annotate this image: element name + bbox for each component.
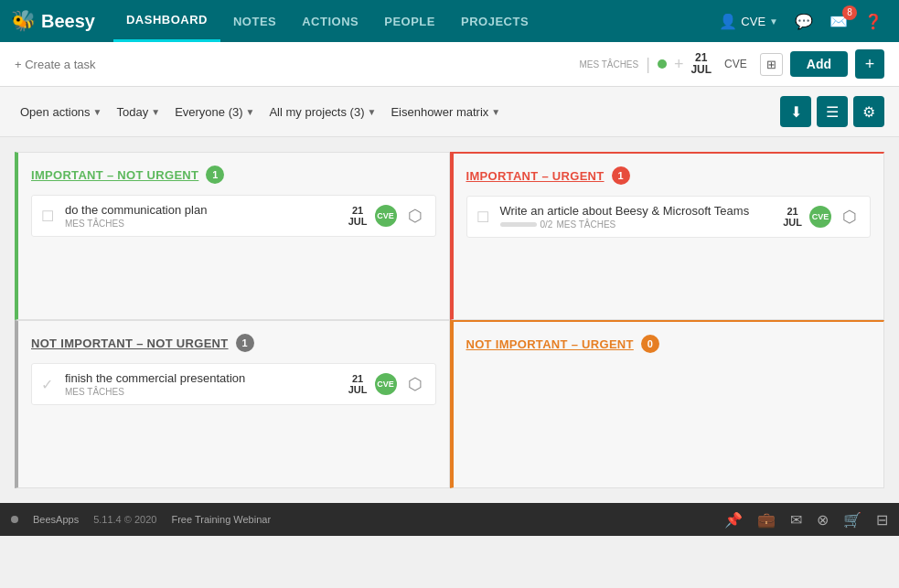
- task-text: Write an article about Beesy & Microsoft…: [500, 204, 776, 230]
- filter-all-projects[interactable]: All my projects (3) ▼: [263, 102, 381, 123]
- eisenhower-matrix: IMPORTANT – NOT URGENT 1 ☐ do the commun…: [0, 137, 899, 503]
- toolbar-divider: |: [646, 55, 650, 74]
- filter-today-label: Today: [117, 105, 149, 119]
- sliders-icon: ⚙: [862, 103, 875, 121]
- grid-icon: ⊞: [766, 58, 776, 71]
- logo-icon: 🐝: [11, 9, 36, 33]
- filter-eisenhower[interactable]: Eisenhower matrix ▼: [385, 102, 506, 123]
- date-month: JUL: [690, 64, 712, 76]
- pin-icon[interactable]: 📌: [724, 511, 743, 529]
- bottom-bar: BeesApps 5.11.4 © 2020 Free Training Web…: [0, 503, 899, 536]
- task-assignee-avatar: CVE: [809, 206, 831, 228]
- task-meta: 21 JUL CVE ⬡: [348, 205, 426, 227]
- quadrant-not-important-urgent: NOT IMPORTANT – URGENT 0: [450, 320, 885, 488]
- add-task-button[interactable]: Add: [790, 51, 848, 77]
- nav-projects[interactable]: PROJECTS: [448, 0, 541, 42]
- task-hex-icon: ⬡: [404, 205, 426, 227]
- chevron-down-icon: ▼: [246, 107, 255, 117]
- close-circle-icon[interactable]: ⊗: [817, 511, 829, 529]
- task-title: Write an article about Beesy & Microsoft…: [500, 204, 776, 218]
- nav-people[interactable]: PEOPLE: [371, 0, 448, 42]
- task-text: do the communication plan MES TÂCHES: [65, 203, 341, 229]
- help-button[interactable]: ❓: [859, 9, 888, 34]
- bottom-right-icons: 📌 💼 ✉ ⊗ 🛒 ⊟: [724, 511, 888, 529]
- task-title: do the communication plan: [65, 203, 341, 217]
- quadrant-title[interactable]: NOT IMPORTANT – NOT URGENT: [31, 337, 229, 350]
- task-date-month: JUL: [348, 216, 368, 227]
- task-assignee-avatar: CVE: [375, 373, 397, 395]
- task-item: ☐ Write an article about Beesy & Microso…: [466, 196, 872, 238]
- task-toolbar: MES TÂCHES | + 21 JUL CVE ⊞ Add +: [0, 42, 899, 87]
- task-checkbox-icon[interactable]: ☐: [476, 208, 493, 226]
- filter-eisenhower-label: Eisenhower matrix: [391, 105, 488, 119]
- task-date-day: 21: [348, 373, 368, 384]
- top-navigation: 🐝 Beesy DASHBOARD NOTES ACTIONS PEOPLE P…: [0, 0, 899, 42]
- nav-dashboard[interactable]: DASHBOARD: [113, 0, 220, 42]
- chevron-down-icon: ▼: [367, 107, 376, 117]
- task-date-month: JUL: [348, 384, 368, 395]
- task-meta: 21 JUL CVE ⬡: [783, 206, 861, 228]
- task-date-day: 21: [348, 205, 368, 216]
- quadrant-header: NOT IMPORTANT – NOT URGENT 1: [31, 334, 436, 352]
- settings-filter-button[interactable]: ⚙: [853, 96, 884, 127]
- app-name: Beesy: [41, 11, 95, 32]
- quadrant-count-badge: 0: [641, 335, 659, 353]
- bottom-brand-label: BeesApps: [33, 514, 79, 525]
- filter-bar: Open actions ▼ Today ▼ Everyone (3) ▼ Al…: [0, 87, 899, 137]
- task-due-date: 21 JUL: [348, 205, 368, 227]
- create-task-input[interactable]: [15, 58, 572, 71]
- toolbar-user: CVE: [719, 56, 753, 72]
- task-meta: 21 JUL CVE ⬡: [348, 373, 426, 395]
- user-icon: 👤: [719, 13, 737, 30]
- task-date-month: JUL: [783, 217, 802, 228]
- mail-bottom-icon[interactable]: ✉: [790, 511, 802, 529]
- table-icon[interactable]: ⊟: [876, 511, 888, 529]
- cart-icon[interactable]: 🛒: [843, 511, 862, 529]
- chevron-down-icon: ▼: [151, 107, 160, 117]
- plus-button[interactable]: +: [855, 49, 884, 79]
- task-assignee-avatar: CVE: [375, 205, 397, 227]
- filter-open-actions-label: Open actions: [20, 105, 91, 119]
- quadrant-important-urgent: IMPORTANT – URGENT 1 ☐ Write an article …: [450, 152, 885, 320]
- nav-links: DASHBOARD NOTES ACTIONS PEOPLE PROJECTS: [113, 0, 713, 42]
- filter-everyone[interactable]: Everyone (3) ▼: [169, 102, 260, 123]
- app-logo: 🐝 Beesy: [11, 9, 95, 33]
- list-icon: ☰: [826, 103, 839, 121]
- toolbar-divider2: +: [674, 55, 684, 74]
- filter-today[interactable]: Today ▼: [112, 102, 166, 123]
- grid-view-button[interactable]: ⊞: [760, 53, 783, 76]
- quadrant-important-not-urgent: IMPORTANT – NOT URGENT 1 ☐ do the commun…: [15, 152, 450, 320]
- user-label: CVE: [741, 15, 765, 28]
- filter-everyone-label: Everyone (3): [175, 105, 242, 119]
- notifications-button[interactable]: ✉️ 8: [824, 9, 853, 34]
- task-date-day: 21: [783, 206, 802, 217]
- chevron-down-icon: ▼: [769, 16, 778, 27]
- filter-open-actions[interactable]: Open actions ▼: [15, 102, 108, 123]
- quadrant-title[interactable]: IMPORTANT – NOT URGENT: [31, 168, 198, 182]
- nav-actions[interactable]: ACTIONS: [289, 0, 371, 42]
- quadrant-count-badge: 1: [612, 166, 630, 185]
- question-icon: ❓: [864, 13, 883, 30]
- task-hex-icon: ⬡: [404, 373, 426, 395]
- quadrant-title[interactable]: NOT IMPORTANT – URGENT: [466, 337, 634, 351]
- user-menu-button[interactable]: 👤 CVE ▼: [713, 9, 784, 34]
- task-project-label: MES TÂCHES: [65, 387, 341, 397]
- quadrant-count-badge: 1: [236, 334, 254, 352]
- progress-label: 0/2: [540, 219, 553, 230]
- briefcase-icon[interactable]: 💼: [757, 511, 776, 529]
- task-checkbox-icon[interactable]: ☐: [41, 208, 58, 225]
- toolbar-date: 21 JUL: [690, 52, 712, 76]
- bottom-version-label: 5.11.4 © 2020: [93, 514, 156, 525]
- task-checkbox-icon[interactable]: ✓: [41, 376, 58, 393]
- task-item: ✓ finish the commercial presentation MES…: [31, 363, 436, 405]
- download-button[interactable]: ⬇: [780, 96, 811, 127]
- quadrant-title[interactable]: IMPORTANT – URGENT: [466, 169, 605, 183]
- task-project-label: MES TÂCHES: [65, 219, 341, 229]
- quadrant-not-important-not-urgent: NOT IMPORTANT – NOT URGENT 1 ✓ finish th…: [15, 320, 450, 488]
- quadrant-header: IMPORTANT – URGENT 1: [466, 166, 872, 185]
- list-view-button[interactable]: ☰: [817, 96, 848, 127]
- task-due-date: 21 JUL: [783, 206, 802, 228]
- messages-button[interactable]: 💬: [789, 9, 819, 34]
- nav-notes[interactable]: NOTES: [220, 0, 289, 42]
- task-item: ☐ do the communication plan MES TÂCHES 2…: [31, 195, 436, 237]
